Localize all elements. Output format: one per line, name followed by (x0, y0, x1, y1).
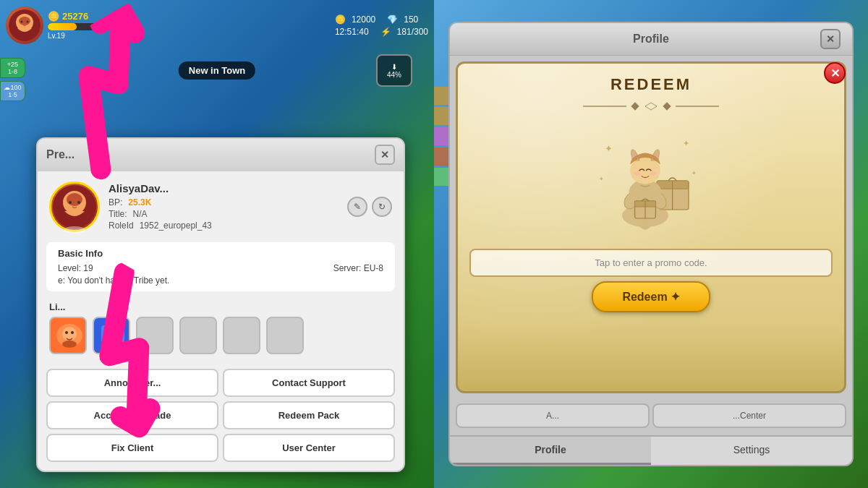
deco-ornament (644, 101, 658, 111)
profile-info: AlisyaDav... BP: 25.3K Title: N/A RoleId… (109, 182, 333, 232)
redeem-close-button[interactable]: ✕ (824, 62, 846, 84)
download-button[interactable]: ⬇ 44% (376, 54, 412, 87)
pink-arrow-up (43, 22, 188, 169)
svg-point-10 (77, 201, 80, 204)
title-value: N/A (133, 209, 148, 219)
energy-icon: ⚡ (380, 27, 391, 37)
profile-icons: ✎ ↻ (347, 197, 392, 217)
svg-point-4 (27, 21, 29, 23)
bottom-row-buttons-1: A... ...Center (456, 403, 846, 428)
svg-point-3 (21, 21, 23, 23)
profile-name: AlisyaDav... (109, 182, 333, 194)
refresh-profile-button[interactable]: ↻ (372, 197, 392, 217)
download-icon: ⬇ (391, 63, 397, 71)
profile-window-close-button[interactable]: ✕ (820, 29, 841, 49)
left-panel: 🪙 25276 Lv.19 🪙 12000 💎 150 12:51:40 ⚡ 1… (0, 0, 434, 488)
new-in-town-badge: New in Town (179, 61, 255, 80)
profile-stat-bp: BP: 25.3K (109, 197, 333, 207)
svg-point-2 (19, 17, 30, 25)
coin-icon: 🪙 (335, 14, 346, 25)
svg-text:✦: ✦ (683, 139, 689, 147)
player-avatar-small (6, 7, 43, 44)
profile-stat-title: Title: N/A (109, 209, 333, 219)
fix-client-button[interactable]: Fix Client (46, 434, 218, 462)
redeem-button-label: Redeem (622, 291, 667, 304)
bottom-btn-a2[interactable]: ...Center (652, 403, 846, 428)
download-percent: 44% (387, 71, 401, 79)
profile-window-title-bar: Profile ✕ (450, 23, 852, 56)
bottom-tabs: Profile Settings (450, 435, 852, 465)
redeem-pack-button[interactable]: Redeem Pack (223, 401, 395, 429)
edit-profile-button[interactable]: ✎ (347, 197, 367, 217)
tab-profile[interactable]: Profile (450, 437, 651, 465)
like-item-6 (266, 317, 304, 354)
svg-point-8 (67, 193, 82, 206)
profile-content-area: ✕ REDEEM ✦ (450, 56, 852, 399)
hud-row-time: 12:51:40 ⚡ 181/300 (335, 27, 428, 37)
deco-line-right (676, 106, 719, 107)
user-center-button[interactable]: User Center (223, 434, 395, 462)
hud-right: 🪙 12000 💎 150 12:51:40 ⚡ 181/300 (335, 14, 428, 37)
like-item-5 (223, 317, 260, 354)
tab-settings[interactable]: Settings (651, 437, 852, 465)
character-illustration: ✦ ✦ ✦ ✦ ✦ (593, 123, 709, 239)
redeem-button[interactable]: Redeem ✦ (592, 281, 710, 312)
deco-diamond-left (631, 102, 639, 110)
profile-stat-roleid: RoleId 1952_europepl_43 (109, 221, 333, 231)
contact-support-button[interactable]: Contact Support (223, 369, 395, 397)
server-label: Server: EU-8 (333, 263, 383, 273)
bp-value: 25.3K (128, 197, 151, 207)
svg-text:✦: ✦ (599, 176, 604, 182)
deco-line-left (583, 106, 626, 107)
deco-diamond-right (663, 102, 671, 110)
redeem-decoration (583, 101, 719, 111)
bottom-tabs-area: A... ...Center (450, 399, 852, 432)
promo-code-input[interactable]: Tap to enter a promo code. (469, 249, 833, 277)
redeem-title: REDEEM (610, 75, 692, 94)
roleid-value: 1952_europepl_43 (140, 221, 212, 231)
dialog-close-button[interactable]: ✕ (375, 145, 395, 165)
right-panel: Profile ✕ ✕ REDEEM (434, 0, 868, 488)
diamond-value: 150 (404, 14, 418, 25)
gold-amount: 🪙 25276 (48, 11, 106, 22)
svg-point-9 (69, 201, 72, 204)
bottom-btn-a1[interactable]: A... (456, 403, 650, 428)
profile-window-title-text: Profile (633, 33, 669, 46)
svg-point-32 (650, 171, 657, 175)
hud-row-coins: 🪙 12000 💎 150 (335, 14, 428, 25)
redeem-button-suffix: ✦ (671, 290, 680, 304)
diamond-icon: 💎 (387, 14, 398, 25)
pink-arrow-down (43, 275, 203, 422)
energy-value: 181/300 (397, 27, 428, 37)
time-value: 12:51:40 (335, 27, 369, 37)
redeem-modal: ✕ REDEEM ✦ (456, 61, 846, 393)
svg-text:✦: ✦ (605, 143, 613, 154)
profile-window-right: Profile ✕ ✕ REDEEM (448, 22, 854, 466)
side-badge-2: ☁1001·5 (0, 81, 25, 101)
svg-text:✦: ✦ (692, 170, 697, 176)
coin-value: 12000 (352, 14, 375, 25)
svg-point-31 (634, 171, 641, 175)
